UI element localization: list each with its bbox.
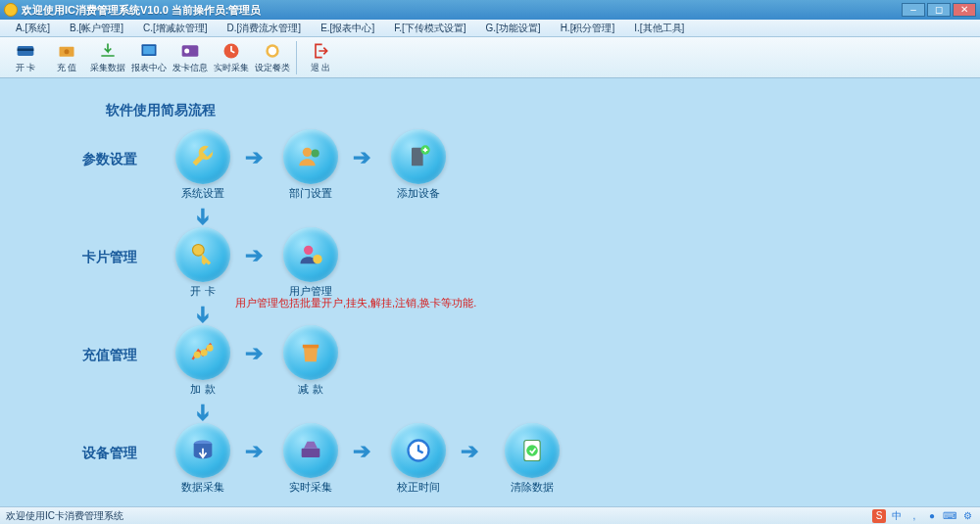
arrow-right-icon: ➔ xyxy=(245,439,263,464)
card-icon xyxy=(16,41,35,61)
arrow-down-icon: ➔ xyxy=(190,306,216,323)
svg-point-11 xyxy=(303,148,312,157)
tool-open-card[interactable]: 开 卡 xyxy=(6,39,45,76)
title-bar: 欢迎使用IC消费管理系统V10.0 当前操作员:管理员 – ◻ ✕ xyxy=(0,0,980,20)
close-button[interactable]: ✕ xyxy=(953,3,976,17)
arrow-right-icon: ➔ xyxy=(245,243,263,268)
svg-point-17 xyxy=(313,255,321,263)
download-icon xyxy=(98,41,118,61)
node-data-collect[interactable]: 数据采集 xyxy=(172,423,233,495)
ime-settings-icon[interactable]: ⚙ xyxy=(960,509,974,523)
node-add-money[interactable]: 加 款 xyxy=(172,325,233,397)
svg-point-20 xyxy=(207,345,214,352)
window-buttons: – ◻ ✕ xyxy=(902,3,976,17)
tray-icons: S 中 , ● ⌨ ⚙ xyxy=(872,509,974,523)
data-icon xyxy=(189,437,217,464)
node-clear-data[interactable]: 清除数据 xyxy=(502,423,563,495)
trash-icon xyxy=(297,339,324,366)
key-icon xyxy=(189,241,217,268)
menu-download[interactable]: F.[下传模式设置] xyxy=(384,22,475,35)
svg-point-3 xyxy=(65,49,70,54)
svg-rect-1 xyxy=(18,48,34,51)
server-plus-icon xyxy=(405,143,432,170)
realtime-icon xyxy=(221,41,241,61)
tool-card-info[interactable]: 发卡信息 xyxy=(171,39,210,76)
section-device: 设备管理 xyxy=(82,445,137,462)
arrow-down-icon: ➔ xyxy=(190,208,216,225)
scanner-icon xyxy=(297,437,324,464)
arrow-right-icon: ➔ xyxy=(353,439,370,464)
workspace: 软件使用简易流程 参数设置 系统设置 ➔ 部门设置 ➔ 添加设备 ➔ 卡片管理 … xyxy=(0,78,980,506)
svg-point-15 xyxy=(193,245,205,257)
node-sub-money[interactable]: 减 款 xyxy=(280,325,341,397)
menu-adjust[interactable]: C.[增减款管理] xyxy=(133,22,218,35)
ime-shape-icon[interactable]: ● xyxy=(925,509,939,523)
svg-point-16 xyxy=(304,246,313,255)
ime-mode-icon[interactable]: 中 xyxy=(890,509,904,523)
svg-point-12 xyxy=(312,149,319,157)
user-gear-icon xyxy=(297,241,324,268)
svg-point-18 xyxy=(194,352,201,358)
arrow-right-icon: ➔ xyxy=(245,145,263,170)
menu-function[interactable]: G.[功能设置] xyxy=(476,22,551,35)
svg-point-10 xyxy=(269,46,276,54)
meal-icon xyxy=(263,41,282,61)
report-icon xyxy=(139,41,159,61)
svg-point-7 xyxy=(184,48,189,53)
toolbar: 开 卡 充 值 采集数据 报表中心 发卡信息 实时采集 设定餐类 退 出 xyxy=(0,37,980,78)
node-realtime-collect[interactable]: 实时采集 xyxy=(280,423,341,495)
minimize-button[interactable]: – xyxy=(902,3,925,17)
node-user-mgmt[interactable]: 用户管理 xyxy=(280,227,341,299)
svg-rect-21 xyxy=(303,345,318,349)
status-bar: 欢迎使用IC卡消费管理系统 S 中 , ● ⌨ ⚙ xyxy=(0,506,980,524)
clear-icon xyxy=(518,437,546,464)
menu-bar: A.[系统] B.[帐户管理] C.[增减款管理] D.[消费流水管理] E.[… xyxy=(0,20,980,37)
tool-recharge[interactable]: 充 值 xyxy=(47,39,86,76)
info-icon xyxy=(180,41,200,61)
flow-title: 软件使用简易流程 xyxy=(106,102,216,119)
section-card: 卡片管理 xyxy=(82,249,137,266)
svg-rect-5 xyxy=(143,46,155,54)
menu-transaction[interactable]: D.[消费流水管理] xyxy=(218,22,312,35)
node-system-settings[interactable]: 系统设置 xyxy=(172,129,233,201)
svg-point-26 xyxy=(526,445,538,456)
menu-account[interactable]: B.[帐户管理] xyxy=(60,22,133,35)
section-recharge: 充值管理 xyxy=(82,347,137,364)
svg-rect-23 xyxy=(302,449,320,457)
arrow-right-icon: ➔ xyxy=(461,439,478,464)
tool-realtime[interactable]: 实时采集 xyxy=(212,39,251,76)
users-icon xyxy=(297,143,324,170)
menu-tools[interactable]: I.[其他工具] xyxy=(624,22,694,35)
node-open-card[interactable]: 开 卡 xyxy=(172,227,233,299)
arrow-down-icon: ➔ xyxy=(190,404,216,421)
tool-meal[interactable]: 设定餐类 xyxy=(253,39,292,76)
node-dept-settings[interactable]: 部门设置 xyxy=(280,129,341,201)
toolbar-separator xyxy=(296,41,297,74)
menu-report[interactable]: E.[报表中心] xyxy=(311,22,384,35)
node-calibrate-time[interactable]: 校正时间 xyxy=(388,423,449,495)
maximize-button[interactable]: ◻ xyxy=(927,3,951,17)
app-icon xyxy=(4,3,18,17)
ime-icon[interactable]: S xyxy=(872,509,886,523)
node-add-device[interactable]: 添加设备 xyxy=(388,129,449,201)
chart-up-icon xyxy=(189,339,217,366)
tool-report[interactable]: 报表中心 xyxy=(129,39,169,76)
window-title: 欢迎使用IC消费管理系统V10.0 当前操作员:管理员 xyxy=(22,3,902,18)
exit-icon xyxy=(311,41,330,61)
ime-keyboard-icon[interactable]: ⌨ xyxy=(943,509,956,523)
ime-punct-icon[interactable]: , xyxy=(907,509,921,523)
arrow-right-icon: ➔ xyxy=(353,145,370,170)
money-icon xyxy=(57,41,76,61)
note-user-mgmt: 用户管理包括批量开户,挂失,解挂,注销,换卡等功能. xyxy=(235,296,476,310)
status-text: 欢迎使用IC卡消费管理系统 xyxy=(6,509,123,523)
section-params: 参数设置 xyxy=(82,151,137,168)
menu-system[interactable]: A.[系统] xyxy=(6,22,60,35)
tool-exit[interactable]: 退 出 xyxy=(301,39,340,76)
svg-point-19 xyxy=(201,350,208,357)
menu-points[interactable]: H.[积分管理] xyxy=(551,22,625,35)
clock-icon xyxy=(405,437,432,464)
tool-collect[interactable]: 采集数据 xyxy=(88,39,127,76)
wrench-icon xyxy=(189,143,217,170)
arrow-right-icon: ➔ xyxy=(245,341,263,366)
